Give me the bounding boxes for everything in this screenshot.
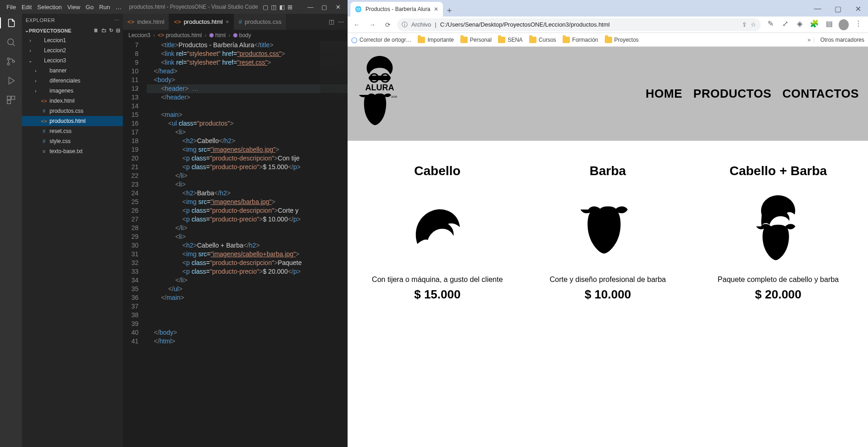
overflow-icon[interactable]: » (807, 37, 811, 43)
project-root[interactable]: ⌄ PROYECTOSONE 🗎 🗀 ↻ ⊟ (22, 27, 123, 34)
products-grid: Cabello Con tijera o máquina, a gusto de… (348, 141, 868, 311)
file-style-css[interactable]: #style.css (22, 136, 123, 146)
breadcrumb-item[interactable]: Leccion3 (128, 32, 150, 39)
folder-Leccion2[interactable]: ›Leccion2 (22, 45, 123, 55)
nav-home[interactable]: HOME (646, 87, 682, 101)
bookmark-item[interactable]: Cursos (529, 37, 556, 43)
extension-icon[interactable]: ✎ (765, 19, 775, 30)
menu-file[interactable]: File (4, 4, 19, 11)
webpage-content: ALURA ESTD 2020 HOME PRODUCTOS CONTACTOS… (348, 47, 868, 447)
new-tab-button[interactable]: ＋ (443, 4, 456, 17)
nav-productos[interactable]: PRODUCTOS (693, 87, 771, 101)
menu-view[interactable]: View (65, 4, 83, 11)
bookmark-item[interactable]: Personal (460, 37, 492, 43)
bookmark-item[interactable]: Formación (563, 37, 598, 43)
extensions-icon[interactable] (6, 94, 17, 105)
product-title: Cabello (358, 164, 517, 178)
maximize-icon[interactable]: ▢ (828, 1, 848, 17)
close-icon[interactable]: ✕ (332, 4, 344, 11)
file-productos-css[interactable]: #productos.css (22, 106, 123, 116)
address-bar[interactable]: ⓘ Archivo | C:/Users/Sena/Desktop/Proyec… (397, 18, 761, 31)
breadcrumb-item[interactable]: <> productos.html (158, 32, 202, 39)
hair-icon (358, 188, 517, 268)
product-title: Cabello + Barba (698, 164, 858, 178)
close-icon[interactable]: ✕ (434, 6, 438, 12)
breadcrumb-item[interactable]: ⬢ body (233, 32, 251, 39)
code-lines[interactable]: <title>Productos - Barbería Alura</title… (144, 41, 348, 447)
layout-icon[interactable]: ⊞ (287, 4, 293, 11)
hair-beard-icon (698, 188, 858, 268)
menu-icon[interactable]: ⋮ (853, 19, 863, 30)
split-icon[interactable]: ◫ (329, 18, 334, 25)
alura-logo: ALURA ESTD 2020 (357, 54, 403, 134)
run-debug-icon[interactable] (6, 75, 17, 86)
maximize-icon[interactable]: ▢ (318, 4, 330, 11)
star-icon[interactable]: ☆ (751, 21, 756, 28)
close-icon[interactable]: ✕ (848, 1, 868, 17)
line-gutter: 7891011121314151617181920212223242526272… (123, 41, 144, 447)
more-icon[interactable]: ⋯ (114, 17, 120, 23)
tab-productos-html[interactable]: <>productos.html× (169, 14, 234, 30)
bookmark-label: Proyectos (614, 37, 639, 43)
file-index-html[interactable]: <>index.html (22, 96, 123, 106)
nav-contactos[interactable]: CONTACTOS (782, 87, 859, 101)
other-bookmarks[interactable]: Otros marcadores (820, 37, 864, 43)
tab-productos-css[interactable]: #productos.css (234, 14, 286, 30)
minimap[interactable] (320, 41, 348, 132)
menu-bar[interactable]: FileEditSelectionViewGoRun… (4, 4, 124, 11)
extensions-icon[interactable]: 🧩 (809, 19, 819, 30)
folder-banner[interactable]: ›banner (22, 66, 123, 76)
new-file-icon[interactable]: 🗎 (94, 28, 99, 33)
menu-…[interactable]: … (113, 4, 124, 11)
bookmark-item[interactable]: Importante (418, 37, 453, 43)
main-nav: HOME PRODUCTOS CONTACTOS (646, 87, 859, 101)
file-reset-css[interactable]: #reset.css (22, 126, 123, 136)
layout-buttons[interactable]: ▢ ◫ ◧ ⊞ (263, 4, 293, 11)
folder-imagenes[interactable]: ›imagenes (22, 86, 123, 96)
profile-avatar[interactable] (839, 19, 849, 30)
bookmark-item[interactable]: ◯Corrector de ortogr… (351, 37, 411, 43)
bookmark-item[interactable]: SENA (498, 37, 523, 43)
product-card: Barba Corte y diseño profesional de barb… (523, 164, 693, 302)
folder-Leccion1[interactable]: ›Leccion1 (22, 35, 123, 45)
menu-selection[interactable]: Selection (34, 4, 64, 11)
more-icon[interactable]: ⋯ (338, 18, 344, 25)
file-texto-base-txt[interactable]: ≡texto-base.txt (22, 146, 123, 156)
browser-tab[interactable]: 🌐 Productos - Barbería Alura ✕ (350, 2, 443, 17)
breadcrumb-item[interactable]: ⬢ html (209, 32, 226, 39)
tab-index-html[interactable]: <>index.html (123, 14, 169, 30)
share-icon[interactable]: ⇪ (742, 21, 747, 28)
layout-icon[interactable]: ▢ (263, 4, 268, 11)
source-control-icon[interactable] (6, 56, 17, 67)
info-icon[interactable]: ⓘ (402, 21, 408, 29)
search-icon[interactable] (6, 37, 17, 48)
bookmark-item[interactable]: Proyectos (605, 37, 639, 43)
menu-edit[interactable]: Edit (19, 4, 34, 11)
reading-list-icon[interactable]: ▤ (824, 19, 834, 30)
chevron-down-icon: ⌄ (25, 28, 29, 33)
folder-Leccion3[interactable]: ⌄Leccion3 (22, 55, 123, 66)
new-folder-icon[interactable]: 🗀 (101, 28, 106, 33)
folder-diferenciales[interactable]: ›diferenciales (22, 76, 123, 86)
minimize-icon[interactable]: — (304, 4, 316, 11)
file-productos-html[interactable]: <>productos.html (22, 116, 123, 126)
collapse-icon[interactable]: ⊟ (116, 28, 120, 33)
svg-rect-5 (11, 96, 15, 99)
addr-scheme: Archivo (411, 21, 431, 28)
layout-icon[interactable]: ◫ (271, 4, 276, 11)
folder-icon (418, 37, 425, 43)
menu-run[interactable]: Run (96, 4, 113, 11)
extension-icon[interactable]: ◈ (795, 19, 805, 30)
explorer-icon[interactable] (0, 17, 22, 28)
reload-button[interactable]: ⟳ (381, 18, 394, 31)
vscode-titlebar: FileEditSelectionViewGoRun… productos.ht… (0, 0, 348, 14)
refresh-icon[interactable]: ↻ (109, 28, 113, 33)
forward-button[interactable]: → (366, 18, 379, 31)
breadcrumb[interactable]: Leccion3›<> productos.html›⬢ html›⬢ body (123, 30, 348, 41)
chrome-tabstrip: 🌐 Productos - Barbería Alura ✕ ＋ — ▢ ✕ (348, 0, 868, 17)
layout-icon[interactable]: ◧ (279, 4, 285, 11)
extension-icon[interactable]: ⤢ (780, 19, 790, 30)
back-button[interactable]: ← (350, 18, 363, 31)
menu-go[interactable]: Go (83, 4, 96, 11)
minimize-icon[interactable]: — (807, 1, 828, 17)
